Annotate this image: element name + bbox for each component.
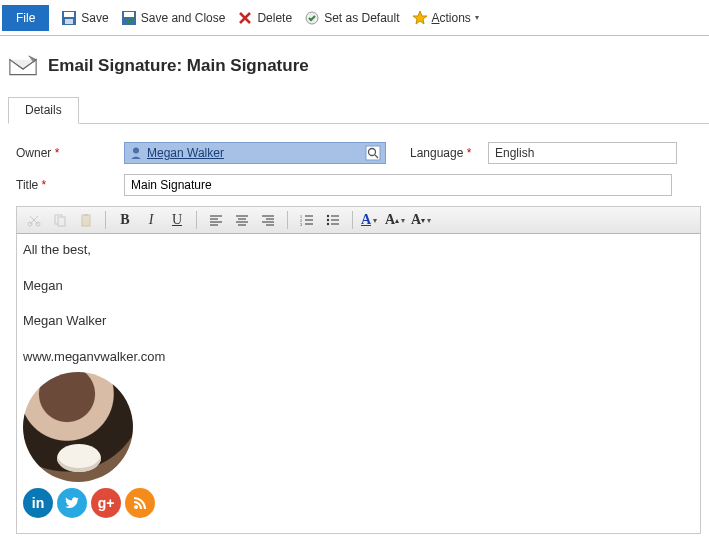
svg-rect-1: [64, 12, 74, 17]
separator: [196, 211, 197, 229]
language-field[interactable]: English: [488, 142, 677, 164]
owner-row: Owner * Megan Walker Language * English: [16, 142, 701, 164]
signature-line: All the best,: [23, 240, 694, 260]
svg-marker-6: [413, 11, 427, 24]
page-header: Email Signature: Main Signature: [0, 36, 709, 90]
signature-line: Megan: [23, 276, 694, 296]
caret-down-icon: ▾: [373, 216, 377, 225]
lookup-search-icon[interactable]: [365, 145, 381, 161]
linkedin-icon[interactable]: in: [23, 488, 53, 518]
title-input[interactable]: [124, 174, 672, 196]
bullet-list-button[interactable]: [322, 210, 344, 230]
align-center-button[interactable]: [231, 210, 253, 230]
star-icon: [412, 10, 428, 26]
language-value: English: [495, 146, 534, 160]
avatar-image: [23, 372, 133, 482]
delete-button[interactable]: Delete: [237, 10, 292, 26]
actions-label: AActionsctions: [432, 11, 471, 25]
svg-text:3: 3: [300, 222, 302, 226]
owner-lookup[interactable]: Megan Walker: [124, 142, 386, 164]
page-title: Email Signature: Main Signature: [48, 56, 309, 76]
title-label: Title *: [16, 178, 116, 192]
editor-body[interactable]: All the best, Megan Megan Walker www.meg…: [16, 234, 701, 534]
svg-rect-16: [82, 215, 90, 226]
social-icons: in g+: [23, 488, 694, 518]
set-default-button[interactable]: Set as Default: [304, 10, 399, 26]
font-size-down-button[interactable]: A▾▾: [413, 210, 435, 230]
separator: [287, 211, 288, 229]
language-label: Language *: [410, 146, 480, 160]
caret-down-icon: ▾: [401, 216, 405, 225]
underline-button[interactable]: U: [166, 210, 188, 230]
tab-strip: Details: [8, 96, 709, 124]
file-menu[interactable]: File: [2, 5, 49, 31]
separator: [352, 211, 353, 229]
check-icon: [304, 10, 320, 26]
save-label: Save: [81, 11, 108, 25]
italic-button[interactable]: I: [140, 210, 162, 230]
save-close-button[interactable]: Save and Close: [121, 10, 226, 26]
caret-down-icon: ▾: [427, 216, 431, 225]
person-icon: [129, 146, 143, 160]
svg-rect-17: [84, 214, 88, 216]
owner-label: Owner *: [16, 146, 116, 160]
delete-label: Delete: [257, 11, 292, 25]
twitter-icon[interactable]: [57, 488, 87, 518]
set-default-label: Set as Default: [324, 11, 399, 25]
title-row: Title *: [16, 174, 701, 196]
command-bar: File Save Save and Close Delete Set as D…: [0, 0, 709, 36]
font-size-up-button[interactable]: A▴▾: [387, 210, 409, 230]
actions-menu[interactable]: AActionsctions ▾: [412, 10, 479, 26]
caret-down-icon: ▾: [475, 13, 479, 22]
svg-point-42: [134, 505, 138, 509]
save-icon: [61, 10, 77, 26]
rss-icon[interactable]: [125, 488, 155, 518]
svg-point-8: [133, 148, 139, 154]
svg-rect-2: [65, 19, 73, 24]
numbered-list-button[interactable]: 123: [296, 210, 318, 230]
align-left-button[interactable]: [205, 210, 227, 230]
copy-button: [49, 210, 71, 230]
svg-point-36: [327, 215, 329, 217]
svg-point-37: [327, 219, 329, 221]
svg-point-38: [327, 223, 329, 225]
googleplus-icon[interactable]: g+: [91, 488, 121, 518]
save-close-label: Save and Close: [141, 11, 226, 25]
signature-line: Megan Walker: [23, 311, 694, 331]
rich-text-editor: B I U 123 A▾ A▴▾ A▾▾ All the best, Megan…: [16, 206, 701, 534]
editor-toolbar: B I U 123 A▾ A▴▾ A▾▾: [16, 206, 701, 234]
save-close-icon: [121, 10, 137, 26]
svg-rect-4: [124, 12, 134, 17]
svg-rect-15: [58, 217, 65, 226]
signature-url: www.meganvwalker.com: [23, 347, 694, 367]
font-color-button[interactable]: A▾: [361, 210, 383, 230]
details-form: Owner * Megan Walker Language * English …: [0, 124, 709, 542]
align-right-button[interactable]: [257, 210, 279, 230]
delete-icon: [237, 10, 253, 26]
envelope-icon: [8, 54, 38, 78]
save-button[interactable]: Save: [61, 10, 108, 26]
separator: [105, 211, 106, 229]
paste-button: [75, 210, 97, 230]
cut-button: [23, 210, 45, 230]
bold-button[interactable]: B: [114, 210, 136, 230]
owner-value[interactable]: Megan Walker: [147, 146, 361, 160]
tab-details[interactable]: Details: [8, 97, 79, 124]
